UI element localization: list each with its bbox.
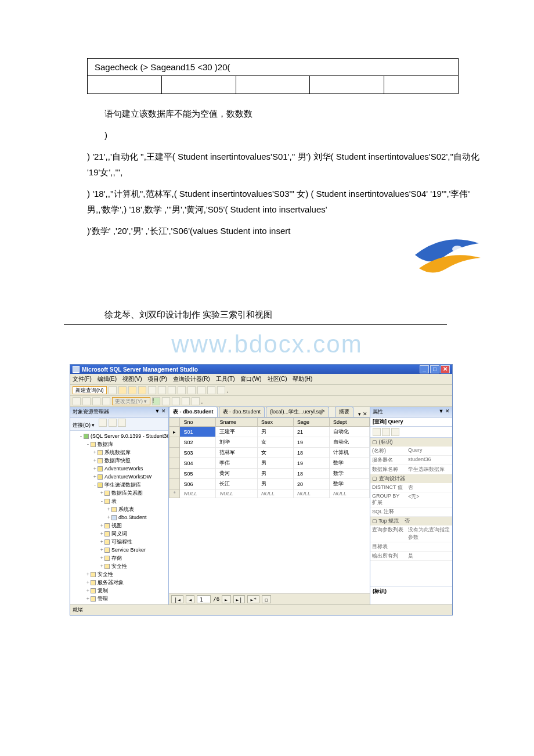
panel-menu-icon[interactable]: ▼ ✕ [155,408,166,416]
minimize-button[interactable]: _ [420,365,429,373]
menu-window[interactable]: 窗口(W) [240,375,261,383]
cell[interactable]: S05 [180,469,216,479]
tab-dropdown-icon[interactable]: ▾ ✕ [356,411,370,417]
prop-value[interactable]: 是 [406,552,452,560]
row-indicator[interactable] [169,479,180,489]
cell[interactable]: 数学 [330,479,370,489]
prop-value[interactable] [406,507,452,516]
col-sno[interactable]: Sno [180,418,216,427]
close-button[interactable]: ✕ [441,365,450,373]
new-row-indicator[interactable]: * [169,489,180,498]
connect-button[interactable]: 连接(O) ▾ [73,422,95,428]
refresh-icon[interactable] [118,419,126,427]
tree-mydb[interactable]: 学生选课数据库 [104,482,141,488]
cell[interactable]: 长江 [216,479,258,489]
null-cell[interactable]: NULL [180,489,216,498]
prop-value[interactable]: student36 [406,456,452,465]
tree-security-inner[interactable]: 安全性 [111,563,127,569]
prop-value[interactable]: 没有为此查询指定参数 [406,525,452,542]
row-indicator[interactable] [169,437,180,448]
null-cell[interactable]: NULL [330,489,370,498]
cell[interactable]: 女 [257,437,293,448]
alphabetical-icon[interactable] [382,428,390,436]
property-pages-icon[interactable] [391,428,399,436]
prop-group-identity[interactable]: ▢ (标识) [370,438,452,447]
cell[interactable]: 21 [294,427,330,437]
results-grid[interactable]: Sno Sname Ssex Sage Sdept ▸ S01 王建平 男 21 [169,417,370,593]
tree-aw[interactable]: AdventureWorks [104,466,143,471]
null-cell[interactable]: NULL [216,489,258,498]
cell[interactable]: 男 [257,458,293,469]
tree-snapshots[interactable]: 数据库快照 [104,458,131,463]
cell[interactable]: 男 [257,427,293,437]
cell[interactable]: 18 [294,469,330,479]
tree-notification[interactable]: Notification Services [98,604,145,604]
cell[interactable]: S03 [180,448,216,458]
toolbar-icon[interactable] [197,386,205,394]
cell[interactable]: 20 [294,479,330,489]
properties-object-selector[interactable]: [查询] Query [370,417,452,427]
nav-stop-icon[interactable]: ◻ [262,595,270,603]
tab-summary[interactable]: 摘要 [335,406,353,417]
row-indicator[interactable]: ▸ [169,427,180,437]
tree-storage[interactable]: 存储 [111,555,122,561]
oe-toolbar-icon[interactable] [109,419,117,427]
prop-value[interactable]: <无> [406,492,452,507]
cell[interactable]: 数学 [330,469,370,479]
tree-views[interactable]: 视图 [111,523,122,528]
tree-management[interactable]: 管理 [98,596,108,602]
prop-group-querydesigner[interactable]: ▢ 查询设计器 [370,474,452,483]
save-icon[interactable] [168,386,176,394]
cell[interactable]: 自动化 [330,437,370,448]
menu-help[interactable]: 帮助(H) [293,375,312,383]
nav-first-icon[interactable]: |◄ [171,595,183,603]
maximize-button[interactable]: □ [430,365,439,373]
tree-programmability[interactable]: 可编程性 [111,539,132,545]
cell[interactable]: 19 [294,458,330,469]
cell[interactable]: 数学 [330,458,370,469]
nav-position-input[interactable]: 1 [197,595,211,603]
menu-file[interactable]: 文件(F) [73,375,92,383]
diagram-pane-icon[interactable] [73,397,81,405]
row-indicator[interactable] [169,469,180,479]
cell[interactable]: S06 [180,479,216,489]
menu-query-designer[interactable]: 查询设计器(R) [173,375,210,383]
col-ssex[interactable]: Ssex [257,418,293,427]
tree-sysdb[interactable]: 系统数据库 [104,449,131,455]
cell[interactable]: 计算机 [330,448,370,458]
categorized-icon[interactable] [373,428,381,436]
menu-tools[interactable]: 工具(T) [216,375,235,383]
cell[interactable]: 男 [257,479,293,489]
toolbar-icon[interactable] [109,386,117,394]
tab-table-student-active[interactable]: 表 - dbo.Student [169,406,218,417]
row-indicator[interactable] [169,448,180,458]
prop-value[interactable]: Query [406,447,452,455]
menu-project[interactable]: 项目(P) [147,375,167,383]
cell[interactable]: 19 [294,437,330,448]
tree-systables[interactable]: 系统表 [118,506,134,512]
menu-community[interactable]: 社区(C) [268,375,287,383]
prop-value[interactable]: 否 [406,483,452,492]
cell[interactable]: 女 [257,448,293,458]
cell[interactable]: 自动化 [330,427,370,437]
nav-new-icon[interactable]: ►* [247,595,259,603]
execute-icon[interactable]: ! [152,397,160,405]
prop-value[interactable] [406,542,452,551]
cell[interactable]: 男 [257,469,293,479]
null-cell[interactable]: NULL [257,489,293,498]
oe-toolbar-icon[interactable] [99,419,107,427]
window-titlebar[interactable]: Microsoft SQL Server Management Studio _… [70,365,452,374]
tree-synonyms[interactable]: 同义词 [111,531,127,537]
tab-table-student[interactable]: 表 - dbo.Student [219,406,265,417]
tree-diagram[interactable]: 数据库关系图 [111,490,143,496]
tree-security[interactable]: 安全性 [98,571,113,577]
toolbar-icon[interactable] [148,386,156,394]
toolbar-icon[interactable] [128,386,136,394]
open-icon[interactable] [158,386,166,394]
row-indicator[interactable] [169,458,180,469]
menu-edit[interactable]: 编辑(E) [98,375,117,383]
nav-last-icon[interactable]: ►| [233,595,246,603]
tree-replication[interactable]: 复制 [98,588,108,593]
cell[interactable]: 王建平 [216,427,258,437]
col-sage[interactable]: Sage [294,418,330,427]
